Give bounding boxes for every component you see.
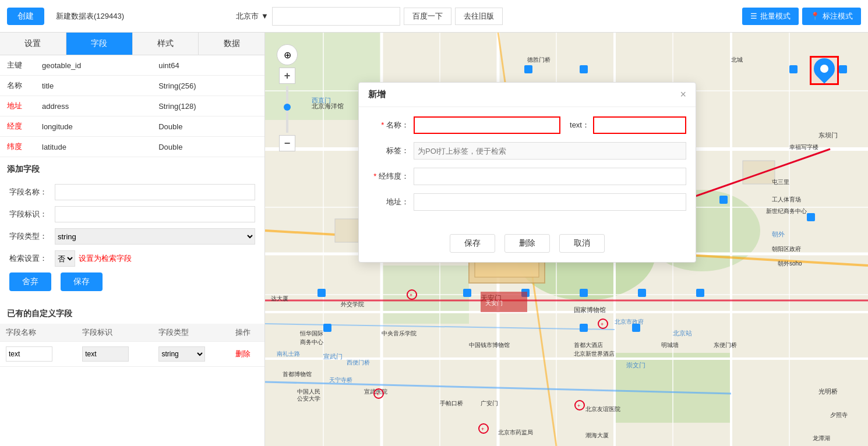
modal-coords-row: * 经纬度： 116.401677,39.925305 bbox=[368, 168, 686, 185]
svg-text:北京市药监局: 北京市药监局 bbox=[498, 429, 533, 436]
svg-text:幸福写字楼: 幸福写字楼 bbox=[789, 144, 818, 150]
svg-text:中国钱市博物馆: 中国钱市博物馆 bbox=[469, 342, 510, 348]
svg-text:北京站: 北京站 bbox=[673, 330, 692, 337]
field-datatype: String(128) bbox=[151, 96, 264, 116]
svg-text:东坝门: 东坝门 bbox=[818, 132, 838, 139]
add-field-section-title: 添加字段 bbox=[0, 157, 264, 179]
mark-mode-label: 标注模式 bbox=[823, 11, 853, 22]
modal-coords-input[interactable]: 116.401677,39.925305 bbox=[414, 168, 686, 185]
modal-title: 新增 bbox=[368, 89, 386, 100]
svg-rect-92 bbox=[719, 196, 728, 204]
table-name: 新建数据表(129443) bbox=[49, 8, 131, 25]
tab-fields[interactable]: 字段 bbox=[66, 33, 133, 55]
field-type-label: 名称 bbox=[0, 76, 35, 96]
field-type-label: 经度 bbox=[0, 116, 35, 137]
modal-address-input[interactable]: 北京市东城区北长街 bbox=[414, 193, 686, 211]
field-datatype: Double bbox=[151, 116, 264, 137]
modal-save-button[interactable]: 保存 bbox=[450, 234, 495, 253]
modal-tag-label: 标签： bbox=[368, 146, 409, 156]
svg-text:天宁寺桥: 天宁寺桥 bbox=[329, 377, 352, 383]
field-id-input[interactable] bbox=[55, 206, 255, 222]
modal-close-button[interactable]: × bbox=[680, 89, 686, 101]
modal-extra-input[interactable] bbox=[593, 116, 686, 134]
field-type-row: 字段类型： string int double timestamp bbox=[9, 228, 255, 245]
field-type-label: 地址 bbox=[0, 96, 35, 116]
custom-field-name-input[interactable] bbox=[6, 346, 52, 362]
city-label: 北京市 bbox=[236, 11, 259, 22]
city-selector[interactable]: 北京市 ▼ bbox=[236, 11, 269, 22]
modal-coords-label: * 经纬度： bbox=[368, 171, 409, 182]
col-header-type: 字段类型 bbox=[153, 324, 229, 342]
custom-field-type-select[interactable]: string int double bbox=[158, 346, 205, 362]
set-search-link[interactable]: 设置为检索字段 bbox=[79, 253, 132, 264]
create-button[interactable]: 创建 bbox=[7, 8, 44, 25]
col-header-name: 字段名称 bbox=[0, 324, 76, 342]
svg-text:中国人民: 中国人民 bbox=[297, 388, 320, 395]
search-no-select[interactable]: 否 是 bbox=[55, 250, 75, 267]
left-panel: 设置 字段 样式 数据 主键 geotable_id uint64 名称 tit… bbox=[0, 33, 265, 446]
map-area[interactable]: 北京海洋馆 北京动物园 西直门 德胜门桥 北城 东坝门 幸福写字楼 屯三里 工人… bbox=[265, 33, 868, 446]
svg-text:屯三里: 屯三里 bbox=[772, 179, 789, 185]
required-star-coords: * bbox=[373, 172, 376, 180]
zoom-in-button[interactable]: + bbox=[279, 68, 295, 84]
save-field-button[interactable]: 保存 bbox=[61, 272, 103, 291]
modal-tag-input[interactable] bbox=[414, 142, 686, 160]
svg-text:商务中心: 商务中心 bbox=[300, 339, 323, 345]
batch-mode-button[interactable]: ☰ 批量模式 bbox=[742, 8, 799, 25]
field-id-label: 字段标识： bbox=[9, 209, 50, 220]
svg-rect-100 bbox=[632, 324, 640, 332]
baidu-search-button[interactable]: 百度一下 bbox=[404, 8, 451, 25]
field-type-select[interactable]: string int double timestamp bbox=[55, 228, 255, 245]
field-id-row: 字段标识： bbox=[9, 206, 255, 222]
delete-field-link[interactable]: 删除 bbox=[235, 349, 250, 358]
field-type-label: 字段类型： bbox=[9, 231, 50, 242]
modal-cancel-button[interactable]: 取消 bbox=[559, 234, 605, 253]
tab-settings[interactable]: 设置 bbox=[0, 33, 66, 55]
batch-mode-label: 批量模式 bbox=[760, 11, 791, 22]
mark-mode-button[interactable]: 📍 标注模式 bbox=[802, 8, 861, 25]
fields-table: 主键 geotable_id uint64 名称 title String(25… bbox=[0, 55, 264, 157]
svg-rect-102 bbox=[580, 324, 588, 332]
old-version-button[interactable]: 去往旧版 bbox=[455, 8, 503, 25]
svg-text:北城: 北城 bbox=[731, 56, 743, 63]
modal-name-input[interactable] bbox=[414, 116, 560, 134]
svg-rect-99 bbox=[317, 289, 326, 297]
svg-rect-97 bbox=[638, 289, 646, 297]
custom-field-id-input[interactable] bbox=[82, 346, 129, 362]
svg-text:外交学院: 外交学院 bbox=[341, 301, 364, 307]
svg-text:首都博物馆: 首都博物馆 bbox=[283, 371, 312, 377]
map-search-input[interactable] bbox=[272, 7, 400, 26]
svg-text:龙潭湖: 龙潭湖 bbox=[813, 435, 830, 441]
svg-rect-84 bbox=[524, 65, 532, 73]
svg-text:天安门: 天安门 bbox=[485, 300, 503, 306]
city-dropdown-icon: ▼ bbox=[261, 12, 269, 20]
svg-rect-87 bbox=[839, 65, 847, 73]
table-row: 地址 address String(128) bbox=[0, 96, 264, 116]
svg-text:潮海大厦: 潮海大厦 bbox=[585, 432, 609, 438]
svg-text:+: + bbox=[376, 391, 379, 397]
add-poi-modal: 新增 × * 名称： text： bbox=[358, 82, 696, 263]
tab-style[interactable]: 样式 bbox=[133, 33, 199, 55]
modal-address-row: 地址： 北京市东城区北长街 bbox=[368, 193, 686, 211]
field-datatype: String(256) bbox=[151, 76, 264, 96]
pin-center bbox=[818, 63, 830, 75]
svg-rect-93 bbox=[807, 213, 815, 221]
zoom-out-button[interactable]: − bbox=[279, 135, 295, 151]
field-name: address bbox=[35, 96, 151, 116]
field-name: geotable_id bbox=[35, 55, 151, 76]
tab-data[interactable]: 数据 bbox=[199, 33, 264, 55]
field-name-input[interactable] bbox=[55, 184, 255, 200]
field-name: longitude bbox=[35, 116, 151, 137]
modal-delete-button[interactable]: 删除 bbox=[504, 234, 550, 253]
svg-text:朝外soho: 朝外soho bbox=[778, 260, 802, 267]
top-bar: 创建 新建数据表(129443) 北京市 ▼ 百度一下 去往旧版 ☰ 批量模式 … bbox=[0, 0, 868, 33]
tab-bar: 设置 字段 样式 数据 bbox=[0, 33, 264, 55]
svg-text:广安门: 广安门 bbox=[481, 400, 498, 406]
form-buttons-row: 舍弃 保存 bbox=[9, 272, 255, 291]
abandon-button[interactable]: 舍弃 bbox=[9, 272, 51, 291]
svg-text:+: + bbox=[481, 426, 484, 432]
zoom-slider-thumb[interactable] bbox=[284, 104, 291, 111]
col-header-action: 操作 bbox=[230, 324, 264, 342]
compass-button[interactable]: ⊕ bbox=[277, 44, 298, 65]
svg-text:西便门桥: 西便门桥 bbox=[347, 359, 370, 366]
